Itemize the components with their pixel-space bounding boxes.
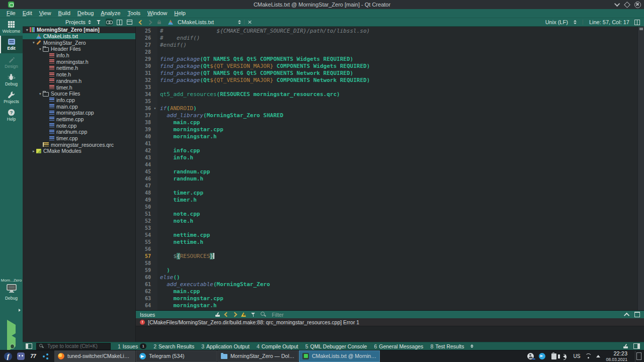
tree-item-note-h[interactable]: note.h — [23, 71, 135, 78]
task-cmakelists-txt-morningst[interactable]: CMakeLists.txt @ MorningSt... — [299, 350, 380, 362]
code-line-45[interactable]: 45 randnum.cpp — [136, 168, 638, 175]
menu-build[interactable]: Build — [54, 9, 73, 18]
fold-marker-icon[interactable]: ▾ — [152, 105, 157, 112]
mode-debug[interactable]: Debug — [0, 71, 23, 88]
locator-input[interactable] — [46, 343, 108, 349]
code-line-63[interactable]: 63 morningstar.cpp — [136, 295, 638, 302]
menu-file[interactable]: File — [3, 9, 19, 18]
menu-tools[interactable]: Tools — [124, 9, 144, 18]
output-pane-compile-output[interactable]: 4Compile Output — [257, 343, 298, 349]
task-telegram-534[interactable]: Telegram (534) — [136, 350, 217, 362]
maximize-icon[interactable] — [624, 2, 630, 8]
task-tuned-switcher-cmakelists-t[interactable]: tuned-switcher/CMakeLists.t... — [54, 350, 135, 362]
code-line-26[interactable]: 26# endif() — [136, 35, 638, 42]
warnings-filter-icon[interactable] — [241, 312, 247, 317]
fedora-menu-icon[interactable]: f — [4, 352, 13, 361]
tree-item-randnum-h[interactable]: randnum.h — [23, 78, 135, 84]
code-line-50[interactable]: 50 — [136, 204, 638, 211]
app-77-icon[interactable]: 77 — [29, 352, 38, 361]
code-line-31[interactable]: 31find_package(QT NAMES Qt6 Qt5 COMPONEN… — [136, 70, 638, 77]
discord-icon[interactable] — [16, 352, 25, 361]
code-line-61[interactable]: 61 add_executable(MorningStar_Zero — [136, 281, 638, 288]
minimize-icon[interactable] — [614, 1, 620, 7]
maximize-pane-icon[interactable] — [634, 312, 640, 317]
filter-icon[interactable] — [96, 19, 103, 26]
code-line-29[interactable]: 29find_package(QT NAMES Qt6 Qt5 COMPONEN… — [136, 56, 638, 63]
code-line-36[interactable]: 36▾if(ANDROID) — [136, 105, 638, 112]
expander-icon[interactable]: ▾ — [38, 92, 43, 96]
expand-tray-icon[interactable] — [596, 355, 600, 357]
code-line-42[interactable]: 42 info.cpp — [136, 147, 638, 154]
code-line-47[interactable]: 47 — [136, 183, 638, 190]
output-panes-menu-icon[interactable] — [470, 344, 473, 348]
code-line-55[interactable]: 55 nettime.h — [136, 239, 638, 246]
code-line-52[interactable]: 52 note.h — [136, 218, 638, 225]
code-line-57[interactable]: 57 ${RESOURCES} — [136, 253, 638, 260]
link-with-editor-icon[interactable] — [106, 19, 113, 26]
code-line-54[interactable]: 54 nettime.cpp — [136, 232, 638, 239]
code-line-51[interactable]: 51 note.cpp — [136, 211, 638, 218]
tree-item-randnum-cpp[interactable]: randnum.cpp — [23, 129, 135, 135]
code-line-46[interactable]: 46 randnum.h — [136, 175, 638, 183]
menu-debug[interactable]: Debug — [74, 9, 97, 18]
kit-selector[interactable]: Morn...Zero Debug — [0, 278, 23, 301]
tree-item-morningstar-zero[interactable]: ▾MorningStar_Zero — [23, 39, 135, 46]
split-editor-icon[interactable] — [634, 20, 640, 25]
code-line-27[interactable]: 27#endif() — [136, 42, 638, 49]
code-line-39[interactable]: 39 morningstar.cpp — [136, 126, 638, 133]
clock[interactable]: 22:23 08.03.2021 — [606, 351, 627, 362]
issues-filter-input[interactable] — [271, 311, 333, 318]
keyboard-layout[interactable]: US — [574, 353, 581, 359]
mode-help[interactable]: ? Help — [0, 106, 23, 124]
pane-selector-updown-icon[interactable] — [88, 20, 91, 24]
code-line-35[interactable]: 35 — [136, 98, 638, 105]
output-pane-search-results[interactable]: 2Search Results — [153, 343, 194, 349]
code-line-44[interactable]: 44 — [136, 161, 638, 168]
tree-item-info-h[interactable]: info.h — [23, 52, 135, 59]
code-line-28[interactable]: 28 — [136, 49, 638, 56]
tree-item-note-cpp[interactable]: note.cpp — [23, 122, 135, 129]
tree-item-timer-cpp[interactable]: timer.cpp — [23, 135, 135, 142]
code-line-30[interactable]: 30find_package(Qt${QT_VERSION_MAJOR} COM… — [136, 63, 638, 70]
mode-projects[interactable]: Projects — [0, 88, 23, 106]
wifi-icon[interactable] — [585, 353, 592, 360]
telegram-tray-icon[interactable] — [539, 353, 546, 360]
toggle-left-sidebar-icon[interactable] — [26, 343, 32, 349]
code-line-37[interactable]: 37 add_library(MorningStar_Zero SHARED — [136, 112, 638, 119]
close-document-icon[interactable] — [248, 20, 252, 24]
close-icon[interactable] — [634, 2, 641, 8]
code-line-43[interactable]: 43 info.h — [136, 154, 638, 161]
output-pane-application-output[interactable]: 3Application Output — [201, 343, 250, 349]
code-line-62[interactable]: 62 main.cpp — [136, 288, 638, 295]
run-debug-button[interactable] — [7, 338, 16, 347]
mode-edit[interactable]: Edit — [0, 36, 23, 53]
code-line-34[interactable]: 34qt5_add_resources(RESOURCES morningsta… — [136, 91, 638, 98]
code-line-59[interactable]: 59 ) — [136, 267, 638, 274]
tree-item-nettime-h[interactable]: nettime.h — [23, 65, 135, 71]
code-line-40[interactable]: 40 morningstar.h — [136, 133, 638, 140]
tree-item-main-cpp[interactable]: main.cpp — [23, 103, 135, 110]
code-line-48[interactable]: 48 timer.cpp — [136, 190, 638, 197]
expander-icon[interactable]: ▸ — [31, 149, 36, 153]
share-app-icon[interactable] — [41, 352, 50, 361]
tree-item-morningstar-zero-main[interactable]: ▾MorningStar_Zero [main] — [23, 27, 135, 33]
menu-view[interactable]: View — [36, 9, 55, 18]
menu-window[interactable]: Window — [144, 9, 171, 18]
code-line-33[interactable]: 33 — [136, 84, 638, 91]
output-pane-qml-debugger-console[interactable]: 5QML Debugger Console — [305, 343, 367, 349]
code-line-32[interactable]: 32find_package(Qt${QT_VERSION_MAJOR} COM… — [136, 77, 638, 84]
tree-item-info-cpp[interactable]: info.cpp — [23, 97, 135, 104]
editor-scrollbar[interactable] — [637, 27, 644, 310]
encoding-selector[interactable]: Unix (LF) — [545, 19, 568, 25]
tree-item-nettime-cpp[interactable]: nettime.cpp — [23, 116, 135, 123]
expander-icon[interactable]: ▾ — [25, 28, 30, 32]
issue-row[interactable]: ! [CMakeFiles/MorningStar_Zero.dir/build… — [136, 318, 644, 326]
locator[interactable] — [36, 343, 111, 350]
menu-edit[interactable]: Edit — [19, 9, 36, 18]
menu-help[interactable]: Help — [171, 9, 189, 18]
back-icon[interactable] — [139, 20, 144, 25]
mode-welcome[interactable]: Welcome — [0, 18, 23, 36]
filter-funnel-icon[interactable] — [251, 312, 256, 317]
code-line-53[interactable]: 53 — [136, 225, 638, 232]
output-pane-issues[interactable]: 1Issues1 — [118, 343, 146, 349]
